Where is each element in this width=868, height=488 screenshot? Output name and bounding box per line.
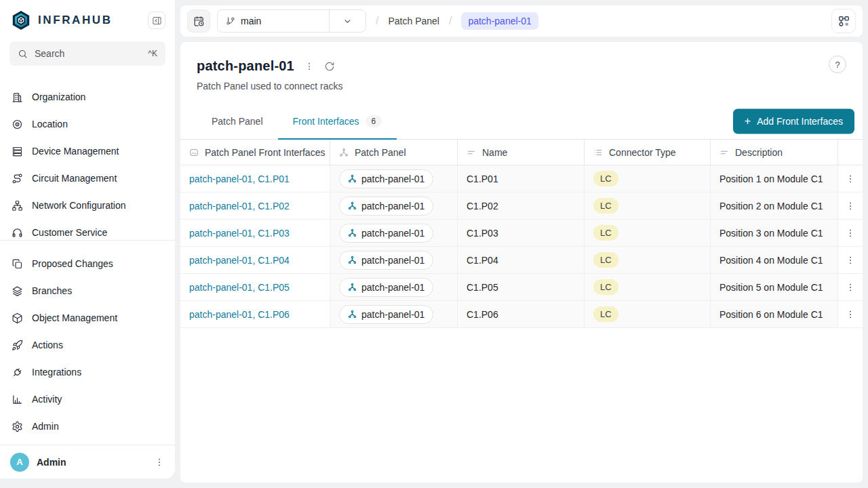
row-menu-button[interactable] [845, 255, 856, 266]
row-menu-button[interactable] [845, 309, 856, 320]
tab-front-interfaces[interactable]: Front Interfaces 6 [278, 103, 397, 139]
cell-patch-panel: patch-panel-01 [330, 274, 458, 301]
sidebar: INFRAHUB Search ^K Organization Location [0, 0, 175, 479]
branch-selector[interactable]: main [217, 9, 366, 33]
cell-row-actions [838, 165, 863, 192]
sidebar-item-circuit-management[interactable]: Circuit Management [0, 165, 175, 192]
time-travel-button[interactable] [187, 9, 210, 33]
cell-name: C1.P02 [458, 192, 585, 220]
row-menu-button[interactable] [845, 174, 856, 184]
search-placeholder: Search [35, 48, 141, 59]
sidebar-item-integrations[interactable]: Integrations [0, 359, 175, 386]
sidebar-collapse-button[interactable] [148, 12, 165, 29]
plug-icon [12, 367, 23, 378]
sidebar-item-actions[interactable]: Actions [0, 331, 175, 359]
git-branch-icon [226, 16, 235, 26]
row-menu-button[interactable] [845, 228, 856, 239]
kebab-icon [845, 174, 856, 184]
cell-connector-type: LC [585, 274, 711, 301]
front-interface-link[interactable]: patch-panel-01, C1.P06 [189, 309, 290, 320]
table-row: patch-panel-01, C1.P05 patch-panel-01 C1… [180, 274, 863, 301]
kebab-icon [845, 255, 856, 266]
help-button[interactable]: ? [829, 56, 846, 73]
front-interface-link[interactable]: patch-panel-01, C1.P05 [189, 282, 290, 293]
patch-panel-chip[interactable]: patch-panel-01 [339, 305, 433, 324]
cell-connector-type: LC [585, 165, 711, 192]
sidebar-item-activity[interactable]: Activity [0, 386, 175, 413]
target-icon [12, 119, 23, 130]
text-icon [719, 148, 729, 157]
front-interface-link[interactable]: patch-panel-01, C1.P01 [189, 174, 290, 184]
sidebar-item-organization[interactable]: Organization [0, 83, 175, 110]
breadcrumb-patch-panel[interactable]: Patch Panel [388, 16, 439, 26]
sidebar-item-label: Activity [32, 394, 62, 405]
text-icon [467, 148, 476, 157]
patch-panel-chip-label: patch-panel-01 [361, 174, 425, 184]
front-interface-link[interactable]: patch-panel-01, C1.P04 [189, 255, 290, 266]
sidebar-item-label: Actions [32, 340, 63, 350]
connector-type-badge: LC [593, 225, 618, 241]
user-row: A Admin [0, 445, 175, 479]
tab-patch-panel[interactable]: Patch Panel [197, 103, 278, 139]
object-actions-button[interactable] [304, 61, 315, 72]
branch-selector-value[interactable]: main [218, 10, 329, 32]
patch-panel-chip[interactable]: patch-panel-01 [339, 224, 433, 243]
column-header-name: Name [458, 140, 585, 165]
cell-patch-panel: patch-panel-01 [330, 192, 458, 220]
sidebar-item-object-management[interactable]: Object Management [0, 304, 175, 331]
branch-selector-toggle[interactable] [329, 10, 366, 32]
sidebar-item-location[interactable]: Location [0, 110, 175, 138]
sidebar-item-label: Admin [32, 421, 59, 432]
chevron-down-icon [342, 16, 353, 26]
patch-panel-chip[interactable]: patch-panel-01 [339, 197, 433, 216]
sidebar-item-device-management[interactable]: Device Management [0, 138, 175, 165]
branch-name: main [241, 16, 261, 26]
sidebar-item-network-configuration[interactable]: Network Configuration [0, 192, 175, 219]
sidebar-item-admin[interactable]: Admin [0, 413, 175, 440]
cube-icon [12, 312, 23, 324]
tab-label: Front Interfaces [293, 116, 359, 127]
building-icon [12, 92, 23, 103]
patch-panel-chip[interactable]: patch-panel-01 [339, 169, 433, 188]
card-icon [189, 148, 199, 157]
cell-patch-panel: patch-panel-01 [330, 301, 458, 328]
patch-panel-chip[interactable]: patch-panel-01 [339, 278, 433, 297]
search-input[interactable]: Search ^K [9, 41, 165, 66]
cell-front-interface: patch-panel-01, C1.P04 [180, 247, 330, 274]
sidebar-item-customer-service[interactable]: Customer Service [0, 219, 175, 241]
connector-type-badge: LC [593, 279, 618, 295]
tab-label: Patch Panel [212, 116, 263, 127]
column-header-label: Name [482, 147, 507, 158]
workflow-button[interactable] [831, 9, 856, 33]
cell-front-interface: patch-panel-01, C1.P06 [180, 301, 330, 328]
row-menu-button[interactable] [845, 201, 856, 211]
add-front-interfaces-button[interactable]: + Add Front Interfaces [733, 108, 854, 134]
cell-row-actions [838, 247, 863, 274]
front-interface-link[interactable]: patch-panel-01, C1.P03 [189, 228, 290, 239]
front-interface-link[interactable]: patch-panel-01, C1.P02 [189, 201, 290, 211]
headset-icon [12, 227, 23, 239]
breadcrumb-current-object[interactable]: patch-panel-01 [461, 12, 538, 30]
search-icon [18, 49, 28, 59]
cell-row-actions [838, 192, 863, 220]
kebab-icon [845, 282, 856, 293]
cell-name: C1.P01 [458, 165, 585, 192]
cell-name: C1.P06 [458, 301, 585, 328]
user-menu-button[interactable] [154, 457, 165, 468]
relation-icon [348, 283, 357, 291]
kebab-icon [845, 228, 856, 239]
sidebar-item-branches[interactable]: Branches [0, 277, 175, 304]
refresh-button[interactable] [324, 61, 335, 72]
user-name: Admin [37, 457, 146, 468]
gear-icon [12, 421, 23, 432]
plus-icon: + [745, 115, 751, 127]
cell-row-actions [838, 274, 863, 301]
row-menu-button[interactable] [845, 282, 856, 293]
diff-icon [12, 258, 23, 270]
sidebar-item-proposed-changes[interactable]: Proposed Changes [0, 250, 175, 277]
layers-icon [12, 285, 23, 297]
server-icon [12, 146, 23, 157]
patch-panel-chip[interactable]: patch-panel-01 [339, 251, 433, 270]
patch-panel-chip-label: patch-panel-01 [361, 309, 425, 320]
cell-front-interface: patch-panel-01, C1.P01 [180, 165, 330, 192]
